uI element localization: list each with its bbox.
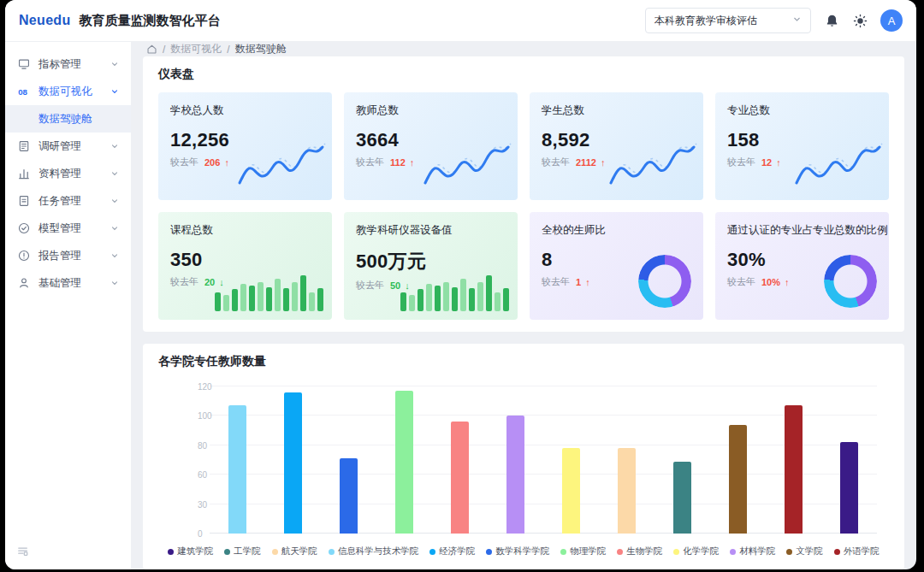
sidebar-item-model[interactable]: 模型管理 — [5, 215, 131, 242]
legend-item-外语学院[interactable]: 外语学院 — [834, 545, 880, 557]
stat-donut-chart — [824, 255, 877, 308]
legend-dot-icon — [329, 549, 335, 555]
bar-chart-legend: 建筑学院工学院航天学院信息科学与技术学院经济学院数学科学学院物理学院生物学院化学… — [158, 545, 889, 557]
bar-工学院[interactable] — [673, 462, 691, 534]
survey-icon — [17, 140, 31, 152]
up-arrow-icon: ↑ — [585, 277, 590, 287]
legend-dot-icon — [486, 549, 492, 555]
bar-生物学院[interactable] — [451, 422, 469, 534]
chevron-down-icon — [110, 169, 119, 178]
breadcrumb-separator: / — [163, 44, 165, 56]
bar-材料学院[interactable] — [506, 416, 524, 534]
bars-container — [210, 386, 877, 534]
legend-label: 工学院 — [234, 545, 261, 557]
sidebar-item-task[interactable]: 任务管理 — [5, 187, 131, 215]
sidebar-item-report[interactable]: 报告管理 — [5, 242, 131, 269]
brand: Neuedu 教育质量监测数智化平台 — [19, 13, 220, 29]
stat-mini-bar-chart — [215, 272, 323, 311]
chevron-down-icon — [110, 60, 119, 68]
avatar[interactable]: A — [880, 9, 903, 32]
stat-label: 教师总数 — [356, 103, 506, 118]
bar-物理学院[interactable] — [395, 391, 413, 534]
legend-label: 生物学院 — [626, 545, 662, 557]
stat-mini-bar-chart — [400, 272, 509, 311]
chevron-down-icon — [110, 87, 119, 96]
stat-compare-label: 较去年 — [170, 275, 198, 288]
legend-item-数学科学学院[interactable]: 数学科学学院 — [486, 545, 549, 557]
stat-label: 学生总数 — [542, 103, 691, 118]
breadcrumb-item[interactable]: 数据驾驶舱 — [235, 42, 287, 56]
bar-chart-plot: 0306080100120 — [210, 386, 877, 534]
sidebar-item-indicator[interactable]: 指标管理 — [5, 50, 131, 78]
theme-brightness-icon[interactable] — [852, 13, 868, 28]
legend-label: 外语学院 — [844, 545, 880, 557]
app-header: Neuedu 教育质量监测数智化平台 本科教育教学审核评估 A — [5, 0, 916, 42]
chevron-down-icon — [110, 224, 119, 233]
legend-item-化学学院[interactable]: 化学学院 — [673, 545, 719, 557]
stat-delta: 1 ↑ — [576, 277, 590, 287]
stat-compare-label: 较去年 — [170, 156, 198, 168]
bar-信息科学与技术学院[interactable] — [228, 405, 246, 534]
bar-经济学院[interactable] — [284, 392, 302, 534]
legend-item-物理学院[interactable]: 物理学院 — [560, 545, 606, 557]
bar-数学科学学院[interactable] — [340, 458, 358, 534]
sidebar-item-data-cockpit[interactable]: 数据驾驶舱 — [5, 105, 131, 133]
up-arrow-icon: ↑ — [785, 277, 790, 287]
sidebar-item-base[interactable]: 基础管理 — [5, 269, 131, 297]
sidebar-item-label: 数据可视化 — [38, 85, 103, 99]
legend-item-材料学院[interactable]: 材料学院 — [730, 545, 775, 557]
legend-item-工学院[interactable]: 工学院 — [224, 545, 261, 557]
sidebar-item-data-viz[interactable]: 08数据可视化 — [5, 78, 131, 105]
stat-card-equipment-value: 教学科研仪器设备值500万元较去年50 ↓ — [344, 212, 518, 320]
stat-sparkline — [238, 140, 327, 193]
legend-dot-icon — [429, 549, 435, 555]
legend-item-建筑学院[interactable]: 建筑学院 — [168, 545, 213, 557]
legend-item-航天学院[interactable]: 航天学院 — [272, 545, 317, 557]
stat-label: 专业总数 — [727, 103, 877, 118]
legend-item-生物学院[interactable]: 生物学院 — [617, 545, 662, 557]
dashboard-card: 仪表盘 学校总人数12,256较去年206 ↑ 教师总数3664较去年112 ↑… — [143, 56, 904, 332]
sidebar-item-label: 资料管理 — [38, 167, 103, 181]
collapse-sidebar-icon[interactable] — [17, 545, 29, 561]
stat-label: 课程总数 — [170, 223, 320, 238]
legend-label: 航天学院 — [281, 545, 317, 557]
stat-card-teacher-total: 教师总数3664较去年112 ↑ — [344, 92, 518, 200]
project-select[interactable]: 本科教育教学审核评估 — [645, 8, 811, 33]
stat-card-school-total: 学校总人数12,256较去年206 ↑ — [158, 92, 332, 200]
sidebar-item-material[interactable]: 资料管理 — [5, 160, 131, 187]
bar-化学学院[interactable] — [562, 448, 580, 534]
sidebar-item-label: 调研管理 — [38, 139, 103, 154]
doc-icon — [17, 195, 31, 207]
stat-label: 通过认证的专业占专业总数的比例 — [727, 223, 877, 238]
stat-sparkline — [795, 140, 884, 193]
sidebar-item-survey[interactable]: 调研管理 — [5, 133, 131, 160]
sidebar-item-label: 模型管理 — [38, 221, 103, 236]
chevron-down-icon — [792, 15, 802, 27]
legend-dot-icon — [224, 549, 230, 555]
legend-label: 经济学院 — [439, 545, 475, 557]
notification-bell-icon[interactable] — [824, 13, 839, 28]
legend-item-文学院[interactable]: 文学院 — [786, 545, 823, 557]
legend-dot-icon — [834, 549, 840, 555]
sidebar-sub-label: 数据驾驶舱 — [38, 112, 92, 127]
stat-delta: 112 ↑ — [390, 157, 414, 168]
bar-建筑学院[interactable] — [840, 442, 858, 534]
bar-外语学院[interactable] — [785, 405, 803, 534]
up-arrow-icon: ↑ — [601, 157, 606, 168]
legend-item-经济学院[interactable]: 经济学院 — [429, 545, 475, 557]
bar-文学院[interactable] — [729, 425, 747, 534]
y-axis-tick: 80 — [198, 440, 207, 450]
legend-item-信息科学与技术学院[interactable]: 信息科学与技术学院 — [329, 545, 419, 557]
stat-card-student-total: 学生总数8,592较去年2112 ↑ — [530, 92, 703, 200]
stat-value: 500万元 — [356, 249, 506, 274]
breadcrumb-item[interactable]: 数据可视化 — [170, 42, 222, 56]
stat-donut-chart — [638, 255, 691, 308]
legend-label: 数学科学学院 — [495, 545, 549, 557]
info-circle-icon — [17, 250, 31, 262]
sidebar-item-label: 基础管理 — [38, 276, 103, 291]
home-icon[interactable] — [146, 44, 157, 55]
legend-label: 化学学院 — [683, 545, 719, 557]
legend-dot-icon — [272, 549, 278, 555]
bar-chart-title: 各学院专任教师数量 — [158, 354, 889, 369]
bar-航天学院[interactable] — [618, 448, 636, 534]
